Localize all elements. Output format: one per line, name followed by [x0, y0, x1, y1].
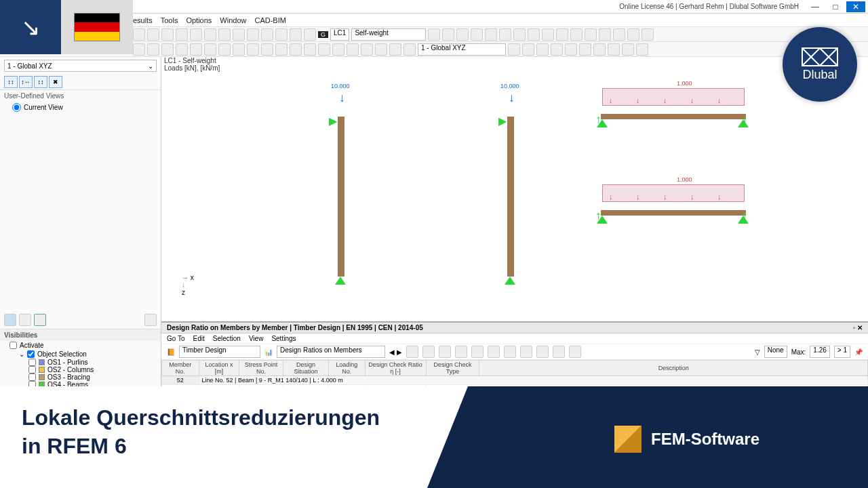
- axis-combo[interactable]: 1 - Global XYZ⌄: [4, 60, 157, 72]
- view-btn[interactable]: ↕↕: [4, 76, 18, 88]
- tool-icon[interactable]: [565, 43, 577, 56]
- tool-icon[interactable]: [471, 28, 483, 41]
- goto-menu[interactable]: Go To: [167, 335, 185, 342]
- tool-icon[interactable]: [133, 28, 145, 41]
- tool-icon[interactable]: [403, 43, 416, 56]
- tool-icon[interactable]: [133, 43, 145, 56]
- tool-icon[interactable]: [608, 43, 620, 56]
- tool-icon[interactable]: [204, 43, 216, 56]
- view-btn[interactable]: ↕↔: [19, 76, 33, 88]
- tool-icon[interactable]: [553, 346, 565, 358]
- cam-icon[interactable]: [34, 314, 46, 326]
- activate-check[interactable]: [9, 342, 17, 349]
- os3-check[interactable]: [28, 373, 36, 381]
- selection-menu[interactable]: Selection: [213, 335, 241, 342]
- tool-icon[interactable]: [579, 43, 591, 56]
- tool-icon[interactable]: [218, 28, 231, 41]
- lc-code[interactable]: LC1: [330, 28, 349, 41]
- tool-icon[interactable]: [247, 43, 259, 56]
- tool-icon[interactable]: [218, 43, 231, 56]
- tool-icon[interactable]: [422, 346, 435, 358]
- table-group-row[interactable]: 52Line No. 52 | Beam | 9 - R_M1 140/140 …: [162, 376, 868, 385]
- tool-icon[interactable]: [456, 28, 469, 41]
- tool-icon[interactable]: [627, 28, 639, 41]
- tool-icon[interactable]: [622, 43, 634, 56]
- tool-icon[interactable]: [613, 28, 625, 41]
- tool-icon[interactable]: [332, 43, 344, 56]
- tool-icon[interactable]: [442, 28, 454, 41]
- tool-icon[interactable]: [275, 43, 288, 56]
- view-btn[interactable]: ✖: [49, 76, 62, 88]
- minimize-button[interactable]: —: [806, 1, 825, 12]
- tool-icon[interactable]: [551, 43, 563, 56]
- tool-icon[interactable]: [161, 43, 174, 56]
- tool-icon[interactable]: [488, 346, 500, 358]
- tool-icon[interactable]: [556, 28, 568, 41]
- tool-icon[interactable]: [585, 28, 597, 41]
- current-view-radio[interactable]: [12, 103, 21, 112]
- panel-controls[interactable]: ▫ ✕: [853, 324, 863, 331]
- tool-icon[interactable]: [406, 346, 418, 358]
- menu-window[interactable]: Window: [220, 16, 246, 24]
- tool-icon[interactable]: [499, 28, 511, 41]
- view-btn[interactable]: ↕↕: [34, 76, 47, 88]
- objsel-check[interactable]: [27, 350, 35, 358]
- tool-icon[interactable]: [247, 28, 259, 41]
- tool-icon[interactable]: [233, 28, 245, 41]
- tool-icon[interactable]: [471, 346, 484, 358]
- tool-icon[interactable]: [536, 346, 549, 358]
- tool-icon[interactable]: [290, 43, 302, 56]
- os1-check[interactable]: [28, 359, 36, 366]
- cam-icon[interactable]: [19, 314, 31, 326]
- tool-icon[interactable]: [513, 28, 526, 41]
- menu-tools[interactable]: Tools: [161, 16, 178, 24]
- tool-icon[interactable]: [636, 43, 648, 56]
- tool-icon[interactable]: [375, 43, 387, 56]
- result-select[interactable]: Design Ratios on Members: [277, 346, 385, 358]
- tool-icon[interactable]: [569, 346, 581, 358]
- maximize-button[interactable]: □: [826, 1, 845, 12]
- pin-icon[interactable]: 📌: [854, 348, 863, 356]
- cam-icon[interactable]: [4, 314, 16, 326]
- menu-options[interactable]: Options: [186, 16, 212, 24]
- tool-icon[interactable]: [204, 28, 216, 41]
- tree-toggle-icon[interactable]: ⌄: [19, 350, 24, 358]
- tool-icon[interactable]: [642, 28, 654, 41]
- view-menu[interactable]: View: [249, 335, 264, 342]
- tool-icon[interactable]: [147, 43, 159, 56]
- menu-cadbim[interactable]: CAD-BIM: [254, 16, 285, 24]
- tool-icon[interactable]: [520, 346, 532, 358]
- edit-menu[interactable]: Edit: [193, 335, 205, 342]
- settings-menu[interactable]: Settings: [271, 335, 296, 342]
- tool-icon[interactable]: [304, 28, 316, 41]
- filter-select[interactable]: None: [764, 346, 787, 358]
- close-button[interactable]: ✕: [846, 1, 865, 12]
- tool-icon[interactable]: [428, 28, 440, 41]
- module-select[interactable]: Timber Design: [179, 346, 260, 358]
- tool-icon[interactable]: [599, 28, 611, 41]
- tool-icon[interactable]: [176, 28, 188, 41]
- os2-check[interactable]: [28, 366, 36, 373]
- tool-icon[interactable]: [147, 28, 159, 41]
- tool-icon[interactable]: [508, 43, 520, 56]
- tool-icon[interactable]: [275, 28, 288, 41]
- axis-select[interactable]: 1 - Global XYZ: [418, 43, 506, 56]
- tool-icon[interactable]: [161, 28, 174, 41]
- tool-icon[interactable]: [261, 28, 273, 41]
- tool-icon[interactable]: [361, 43, 373, 56]
- tool-icon[interactable]: [528, 28, 540, 41]
- tool-icon[interactable]: [304, 43, 316, 56]
- tool-icon[interactable]: [233, 43, 245, 56]
- menu-results[interactable]: esults: [133, 16, 153, 24]
- tool-icon[interactable]: [485, 28, 497, 41]
- tool-icon[interactable]: [455, 346, 467, 358]
- threshold[interactable]: > 1: [834, 346, 850, 358]
- tool-icon[interactable]: [261, 43, 273, 56]
- tool-icon[interactable]: [190, 28, 202, 41]
- model-viewport[interactable]: LC1 - Self-weightLoads [kN], [kN/m] 10.0…: [161, 57, 868, 396]
- tool-icon[interactable]: [542, 28, 554, 41]
- tool-icon[interactable]: [593, 43, 606, 56]
- tool-icon[interactable]: [522, 43, 534, 56]
- tool-icon[interactable]: [318, 43, 330, 56]
- tool-icon[interactable]: [389, 43, 401, 56]
